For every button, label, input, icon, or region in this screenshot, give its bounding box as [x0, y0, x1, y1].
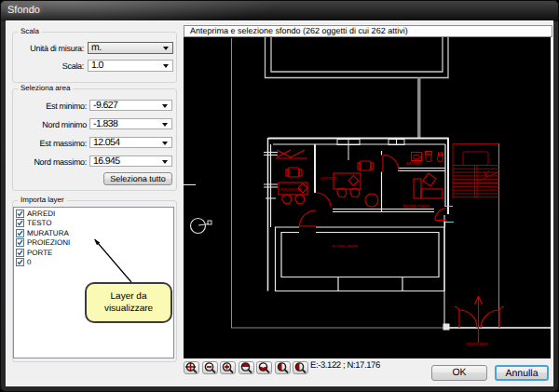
svg-text:INGRESSO: INGRESSO [466, 342, 488, 346]
svg-text:ALTRA UNITA: ALTRA UNITA [332, 244, 358, 249]
svg-text:ARCHIVIO: ARCHIVIO [280, 187, 301, 192]
svg-text:BAGNO: BAGNO [406, 161, 422, 166]
svg-text:UFFICIO: UFFICIO [320, 176, 337, 181]
svg-text:SEGRETERIA: SEGRETERIA [402, 204, 429, 209]
